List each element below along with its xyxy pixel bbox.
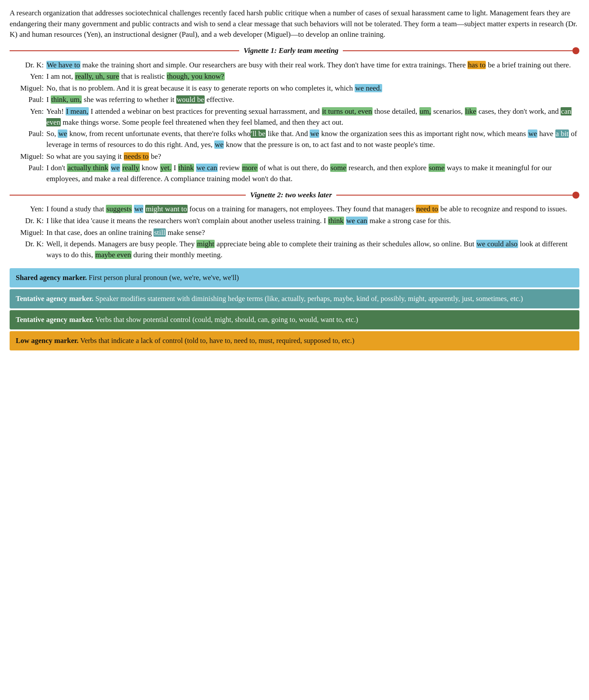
speech: In that case, does an online training st…: [46, 228, 579, 238]
speaker-drk: Dr. K:: [14, 60, 44, 71]
speaker-drk2: Dr. K:: [14, 216, 44, 227]
speech: I am not, really, uh, sure that is reali…: [46, 71, 579, 82]
highlight-green-light: yet.: [160, 164, 172, 172]
highlight-green-light: really, uh, sure: [75, 72, 119, 80]
legend-item-green: Tentative agency marker. Verbs that show…: [10, 310, 579, 329]
highlight-green-light: might: [196, 240, 215, 248]
speech: I like that idea 'cause it means the res…: [46, 216, 579, 227]
speaker-paul3: Paul:: [14, 163, 44, 184]
speaker-miguel2: Miguel:: [14, 151, 44, 162]
speaker-miguel: Miguel:: [14, 83, 44, 94]
legend-text-blue: First person plural pronoun (we, we're, …: [89, 273, 239, 282]
highlight-green-light: it turns out, even: [322, 107, 373, 116]
highlight-blue: we: [528, 130, 537, 138]
highlight-green-dark: 'll be: [251, 130, 266, 138]
highlight-green-light: though, you know?: [167, 72, 225, 80]
highlight-blue: We have to: [46, 61, 80, 69]
dialogue-line: Paul: So, we know, from recent unfortuna…: [14, 129, 579, 150]
legend-label-blue: Shared agency marker.: [16, 273, 87, 282]
speech: Well, it depends. Managers are busy peop…: [46, 239, 579, 260]
speech: So, we know, from recent unfortunate eve…: [46, 129, 579, 150]
highlight-blue: we: [310, 130, 319, 138]
highlight-teal: still: [153, 228, 166, 237]
intro-paragraph: A research organization that addresses s…: [10, 8, 579, 40]
highlight-blue: we: [111, 164, 120, 172]
speech: Yeah! I mean, I attended a webinar on be…: [46, 106, 579, 128]
vignette2-divider: Vignette 2: two weeks later: [10, 190, 579, 201]
highlight-blue: we can: [196, 164, 218, 172]
speech: I think, um, she was referring to whethe…: [46, 94, 579, 105]
legend-label-orange: Low agency marker.: [16, 336, 79, 345]
highlight-green-light: maybe even: [95, 251, 132, 259]
highlight-green-light: think: [178, 164, 194, 172]
vignette2-dialogue: Yen: I found a study that suggests we mi…: [14, 204, 579, 260]
highlight-green-dark: can even: [46, 107, 572, 126]
divider-line-right: [343, 50, 572, 52]
divider-line-left2: [10, 195, 246, 196]
legend-label-green: Tentative agency marker.: [16, 315, 94, 324]
highlight-green-light: actually think: [67, 164, 108, 172]
legend-text-green: Verbs that show potential control (could…: [95, 315, 358, 324]
divider-dot2: [572, 192, 579, 199]
highlight-blue: we: [58, 130, 67, 138]
highlight-orange: needs to: [124, 152, 149, 161]
divider-dot: [572, 47, 579, 54]
dialogue-line: Yen: Yeah! I mean, I attended a webinar …: [14, 106, 579, 128]
highlight-blue: we need.: [355, 84, 382, 92]
highlight-blue: I mean,: [66, 107, 89, 116]
divider-line-left: [10, 50, 239, 52]
highlight-teal: a bit: [555, 130, 569, 138]
speech: We have to make the training short and s…: [46, 60, 579, 71]
highlight-green-light: like: [465, 107, 477, 116]
speaker-yen3: Yen:: [14, 204, 44, 215]
highlight-green-dark: might want to: [145, 205, 187, 213]
highlight-orange: need to: [416, 205, 439, 213]
vignette1-title: Vignette 1: Early team meeting: [239, 46, 343, 56]
legend-item-orange: Low agency marker. Verbs that indicate a…: [10, 331, 579, 350]
dialogue-line: Paul: I don't actually think we really k…: [14, 163, 579, 184]
highlight-green-dark: would be: [176, 95, 205, 104]
legend: Shared agency marker. First person plura…: [10, 268, 579, 350]
speaker-paul: Paul:: [14, 94, 44, 105]
dialogue-line: Paul: I think, um, she was referring to …: [14, 94, 579, 105]
highlight-green-light: really: [122, 164, 140, 172]
highlight-green-light: um,: [419, 107, 432, 116]
speech: No, that is no problem. And it is great …: [46, 83, 579, 94]
divider-line-right2: [336, 195, 572, 196]
dialogue-line: Dr. K: I like that idea 'cause it means …: [14, 216, 579, 227]
dialogue-line: Yen: I am not, really, uh, sure that is …: [14, 71, 579, 82]
speaker-miguel3: Miguel:: [14, 228, 44, 238]
highlight-green-light: suggests: [106, 205, 132, 213]
dialogue-line: Miguel: In that case, does an online tra…: [14, 228, 579, 238]
speaker-yen: Yen:: [14, 71, 44, 82]
speaker-drk3: Dr. K:: [14, 239, 44, 260]
highlight-green-light: more: [242, 164, 258, 172]
highlight-blue: we can: [346, 217, 368, 225]
highlight-blue: we: [134, 205, 143, 213]
legend-item-blue: Shared agency marker. First person plura…: [10, 268, 579, 287]
dialogue-line: Dr. K: Well, it depends. Managers are bu…: [14, 239, 579, 260]
speaker-paul2: Paul:: [14, 129, 44, 150]
highlight-orange: has to: [467, 61, 486, 69]
vignette1-dialogue: Dr. K: We have to make the training shor…: [14, 60, 579, 185]
highlight-blue: we could also: [476, 240, 518, 248]
highlight-green-light: some: [330, 164, 347, 172]
legend-text-orange: Verbs that indicate a lack of control (t…: [80, 336, 355, 345]
legend-label-teal: Tentative agency marker.: [16, 294, 94, 303]
vignette2-title: Vignette 2: two weeks later: [246, 190, 336, 201]
legend-text-teal: Speaker modifies statement with diminish…: [95, 294, 523, 303]
dialogue-line: Yen: I found a study that suggests we mi…: [14, 204, 579, 215]
dialogue-line: Miguel: So what are you saying it needs …: [14, 151, 579, 162]
speech: I don't actually think we really know ye…: [46, 163, 579, 184]
highlight-green-light: some: [429, 164, 445, 172]
highlight-green-light: think, um,: [51, 95, 82, 104]
dialogue-line: Dr. K: We have to make the training shor…: [14, 60, 579, 71]
legend-item-teal: Tentative agency marker. Speaker modifie…: [10, 289, 579, 308]
vignette1-divider: Vignette 1: Early team meeting: [10, 46, 579, 56]
highlight-green-light: think: [328, 217, 344, 225]
speech: So what are you saying it needs to be?: [46, 151, 579, 162]
speech: I found a study that suggests we might w…: [46, 204, 579, 215]
speaker-yen2: Yen:: [14, 106, 44, 128]
dialogue-line: Miguel: No, that is no problem. And it i…: [14, 83, 579, 94]
highlight-blue: we: [214, 140, 224, 149]
